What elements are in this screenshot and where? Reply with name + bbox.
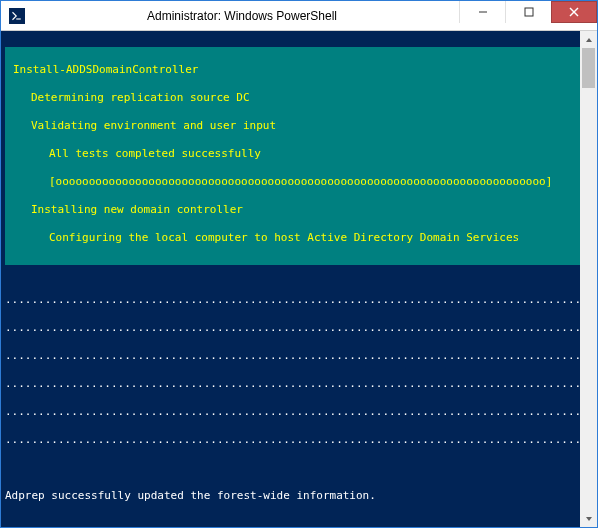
separator-row: ........................................… [5,433,580,447]
window-buttons [459,1,597,30]
separator-row: ........................................… [5,349,580,363]
separator-row: ........................................… [5,321,580,335]
close-button[interactable] [551,1,597,23]
step-validating-result: All tests completed successfully [5,147,580,161]
window-title: Administrator: Windows PowerShell [25,9,459,23]
progress-status-block: Install-ADDSDomainController Determining… [5,47,580,265]
step-validating: Validating environment and user input [5,119,580,133]
step-replication: Determining replication source DC [5,91,580,105]
step-installing-detail: Configuring the local computer to host A… [5,231,580,245]
adprep-forest-msg: Adprep successfully updated the forest-w… [5,489,580,503]
maximize-button[interactable] [505,1,551,23]
svg-rect-1 [525,8,533,16]
powershell-window: Administrator: Windows PowerShell Instal… [0,0,598,528]
separator-row: ........................................… [5,377,580,391]
cmdlet-name: Install-ADDSDomainController [5,63,580,77]
step-installing: Installing new domain controller [5,203,580,217]
minimize-button[interactable] [459,1,505,23]
progress-bar: [ooooooooooooooooooooooooooooooooooooooo… [5,175,580,189]
scroll-down-arrow[interactable] [580,510,597,527]
scroll-track[interactable] [580,48,597,510]
separator-row: ........................................… [5,293,580,307]
console-output[interactable]: Install-ADDSDomainController Determining… [1,31,580,527]
separator-row: ........................................… [5,405,580,419]
client-area: Install-ADDSDomainController Determining… [1,31,597,527]
titlebar[interactable]: Administrator: Windows PowerShell [1,1,597,31]
scroll-up-arrow[interactable] [580,31,597,48]
powershell-icon [9,8,25,24]
vertical-scrollbar[interactable] [580,31,597,527]
scroll-thumb[interactable] [582,48,595,88]
